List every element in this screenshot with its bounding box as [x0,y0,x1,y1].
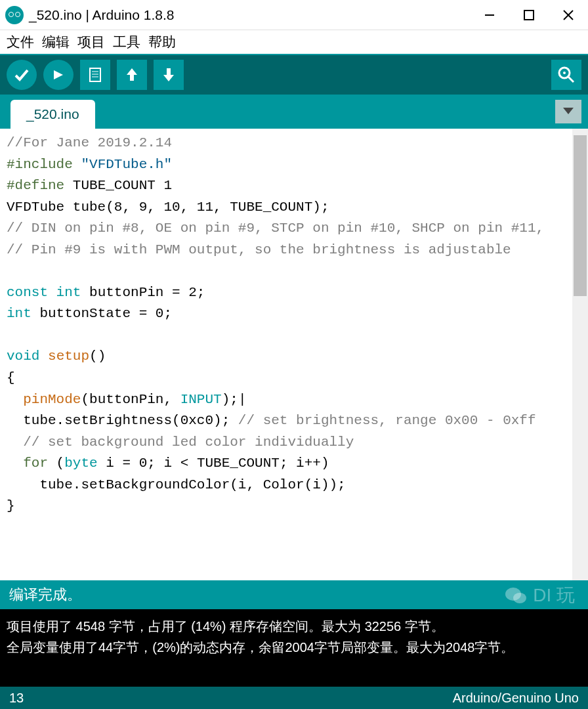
serial-monitor-button[interactable] [551,60,581,90]
editor-area: //For Jane 2019.2.14 #include "VFDTube.h… [0,129,588,580]
code-token: ); [222,392,238,407]
board-name: Arduino/Genuino Uno [453,691,579,706]
code-line: //For Jane 2019.2.14 [7,135,172,150]
menu-tools[interactable]: 工具 [110,32,143,53]
save-button[interactable] [154,60,184,90]
code-token: #define [7,178,64,193]
svg-marker-4 [54,70,63,79]
file-icon [86,66,104,84]
svg-rect-5 [90,68,100,81]
status-bar: 编译完成。 DI 玩 [0,580,588,609]
close-icon [562,9,574,21]
svg-rect-11 [167,68,171,75]
verify-button[interactable] [7,60,37,90]
scroll-thumb[interactable] [574,135,587,296]
code-line: tube.setBackgroundColor(i, Color(i)); [7,477,346,492]
tab-file[interactable]: _520.ino [10,100,95,129]
code-line: // set background led color individually [7,435,354,450]
code-editor[interactable]: //For Jane 2019.2.14 #include "VFDTube.h… [0,129,572,580]
toolbar [0,54,588,95]
code-line: // Pin #9 is with PWM output, so the bri… [7,242,511,257]
code-token: int [7,306,32,321]
arrow-up-icon [123,66,141,84]
code-token: () [89,349,106,364]
code-line: } [7,498,15,513]
code-token: buttonPin = 2; [81,285,205,300]
code-token: tube.setBrightness(0xc0); [7,413,238,428]
magnifier-icon [556,65,576,85]
status-text: 编译完成。 [9,585,81,605]
code-token: pinMode [7,392,81,407]
code-line: { [7,370,15,385]
editor-scrollbar[interactable] [572,129,588,580]
svg-point-18 [513,593,526,603]
code-token: i = 0; i < TUBE_COUNT; i++) [98,456,329,471]
chevron-down-icon [563,108,574,116]
code-token: (buttonPin, [81,392,180,407]
code-token: ( [48,456,64,471]
svg-line-14 [568,77,574,82]
menu-edit[interactable]: 编辑 [39,32,72,53]
code-token: byte [64,456,97,471]
arduino-app-icon [5,6,24,24]
svg-rect-1 [524,11,534,20]
minimize-button[interactable] [470,0,509,30]
code-token: void [7,349,39,364]
code-token: // set brightness, range 0x00 - 0xff [238,413,536,428]
minimize-icon [484,9,495,21]
tab-menu-button[interactable] [555,100,581,123]
watermark: DI 玩 [504,583,575,608]
console-line: 项目使用了 4548 字节，占用了 (14%) 程序存储空间。最大为 32256… [7,616,581,637]
window-title: _520.ino | Arduino 1.8.8 [29,7,470,23]
svg-rect-10 [130,74,134,81]
menubar: 文件 编辑 项目 工具 帮助 [0,30,588,54]
window-titlebar: _520.ino | Arduino 1.8.8 [0,0,588,30]
menu-sketch[interactable]: 项目 [75,32,108,53]
menu-help[interactable]: 帮助 [146,32,178,53]
maximize-icon [524,10,534,20]
new-button[interactable] [80,60,110,90]
svg-marker-16 [563,108,574,114]
svg-point-15 [563,72,566,74]
bottombar: 13 Arduino/Genuino Uno [0,687,588,709]
line-number: 13 [9,691,24,706]
code-line: VFDTube tube(8, 9, 10, 11, TUBE_COUNT); [7,200,329,215]
upload-button[interactable] [43,60,74,90]
code-token: int [48,285,81,300]
code-token: for [7,456,48,471]
code-token: INPUT [180,392,222,407]
arrow-down-icon [159,66,178,84]
code-token: setup [39,349,89,364]
svg-marker-12 [163,75,174,81]
close-button[interactable] [549,0,588,30]
open-button[interactable] [117,60,147,90]
code-token: "VFDTube.h" [73,157,172,172]
code-token: #include [7,157,73,172]
wechat-icon [504,585,528,606]
code-token: TUBE_COUNT 1 [64,178,172,193]
check-icon [13,66,30,83]
code-line: // DIN on pin #8, OE on pin #9, STCP on … [7,221,544,236]
code-token: buttonState = 0; [32,306,172,321]
arrow-right-icon [50,66,67,83]
console: 项目使用了 4548 字节，占用了 (14%) 程序存储空间。最大为 32256… [0,609,588,687]
code-token: const [7,285,48,300]
tabbar: _520.ino [0,95,588,129]
watermark-text: DI 玩 [533,583,575,608]
svg-marker-9 [127,68,137,75]
console-line: 全局变量使用了44字节，(2%)的动态内存，余留2004字节局部变量。最大为20… [7,637,581,658]
menu-file[interactable]: 文件 [4,32,37,53]
maximize-button[interactable] [509,0,549,30]
